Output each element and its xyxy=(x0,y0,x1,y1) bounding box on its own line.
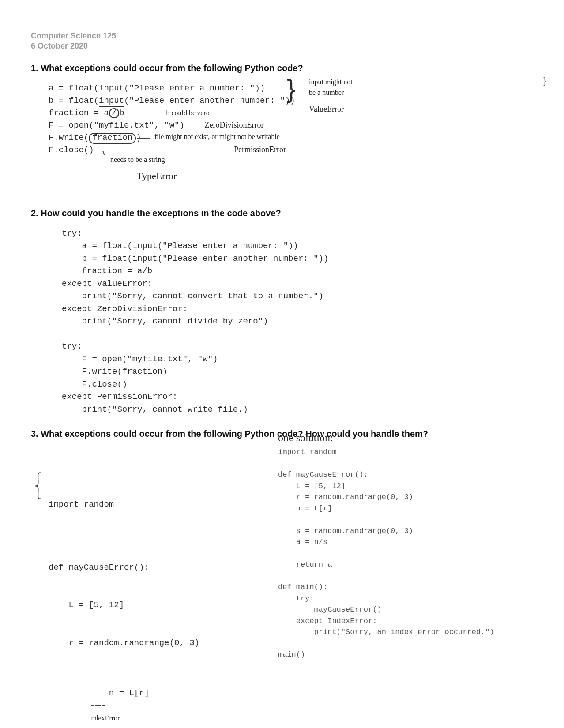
brace-icon: ⎧⎨⎩ xyxy=(34,474,42,498)
q3-left-l2: r = random.randrange(0, 3) xyxy=(49,637,260,649)
q1-code-block: } input might not be a number ValueError… xyxy=(49,82,533,197)
course-date: 6 October 2020 xyxy=(31,41,88,50)
q1-line3-a: fraction = a xyxy=(49,108,109,118)
q3-right-code: import random def mayCauseError(): L = [… xyxy=(278,447,525,660)
q1-line4-c: ", "w") xyxy=(149,120,184,130)
leader-icon xyxy=(91,705,105,706)
course-title: Computer Science 125 xyxy=(31,31,116,40)
q3-right-column: one solution: import random def mayCause… xyxy=(278,448,525,660)
q1-line5-a: F.write( xyxy=(49,133,89,143)
q1-line1: a = float(input("Please enter a number: … xyxy=(49,82,265,95)
q1-line2-input-underlined: input xyxy=(99,96,124,107)
q2-heading: 2. How could you handle the exceptions i… xyxy=(31,208,533,218)
q1-line4-filename-underlined: myfile.txt xyxy=(99,120,149,131)
annotation-value-error: ValueError xyxy=(309,103,344,115)
annotation-zero-division-error: ZeroDivisionError xyxy=(205,120,264,129)
annotation-needs-to-be-string: needs to be a string xyxy=(110,154,165,165)
leader-icon xyxy=(137,138,150,139)
q1-line3-slash-circled: / xyxy=(109,108,119,118)
annotation-type-error: TypeError xyxy=(137,169,177,183)
q1-heading: 1. What exceptions could occur from the … xyxy=(31,63,533,73)
q1-line4-a: F = open(" xyxy=(49,120,99,130)
page-header: Computer Science 125 6 October 2020 xyxy=(31,31,533,52)
q1-line2-c: ("Please enter another number: ")) xyxy=(124,96,295,105)
leader-icon xyxy=(102,151,105,155)
annotation-input-might-not-be-number: input might not be a number xyxy=(309,77,353,98)
leader-icon xyxy=(132,113,158,113)
annotation-permission-error: PermissionError xyxy=(234,144,286,156)
annotation-file-might-not-exist: file might not exist, or might not be wr… xyxy=(154,131,280,142)
q1-line6: F.close() xyxy=(49,144,94,157)
q1-line3-b: b xyxy=(119,108,124,118)
one-solution-label: one solution: xyxy=(278,432,525,444)
q3-left-def: def mayCauseError(): xyxy=(49,561,260,574)
q2-code-block: try: a = float(input("Please enter a num… xyxy=(62,227,533,416)
q3-left-l3a: n = L[r] xyxy=(89,688,149,698)
q3-left-column: ⎧⎨⎩ import random def mayCauseError(): L… xyxy=(49,448,260,728)
page-edge-mark: } xyxy=(543,75,546,86)
annotation-index-error: IndexError xyxy=(89,714,120,722)
q1-line2-a: b = float( xyxy=(49,96,99,105)
q1-line5-fraction-circled: fraction xyxy=(89,133,136,144)
q3-left-l1: L = [5, 12] xyxy=(49,599,260,612)
annotation-b-could-be-zero: b could be zero xyxy=(166,109,209,116)
q3-left-import: import random xyxy=(49,498,260,511)
